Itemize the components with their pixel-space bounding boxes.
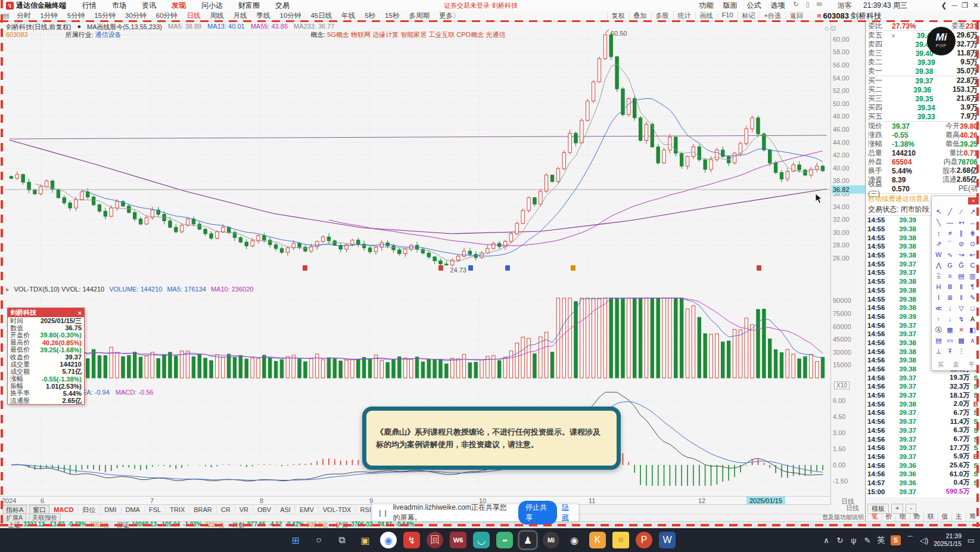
draw-tool-2[interactable]: ∕ (956, 206, 967, 217)
tab-OBV[interactable]: OBV (253, 506, 276, 513)
menu-市场[interactable]: 市场 (104, 1, 134, 10)
draw-tool-14[interactable]: ⊘ (956, 238, 967, 249)
tab-ASI[interactable]: ASI (276, 506, 295, 513)
candlestick-chart[interactable]: 60.5024.73 (5, 24, 831, 275)
close-icon[interactable]: × (78, 309, 82, 317)
taskbar-powerpoint-icon[interactable]: P (636, 532, 652, 548)
menu-版面[interactable]: 版面 (719, 1, 742, 11)
menu-行情[interactable]: 行情 (74, 1, 104, 10)
draw-tool-6[interactable]: ↤ (956, 217, 967, 228)
period-5秒[interactable]: 5秒 (360, 11, 380, 20)
taskbar-file-explorer-icon[interactable]: ▣ (357, 532, 374, 548)
menu-财富圈[interactable]: 财富圈 (231, 1, 267, 10)
draw-tool-22[interactable]: Ĝ (956, 260, 967, 271)
taskbar-camera-icon[interactable]: ◉ (566, 532, 583, 548)
industry-value[interactable]: 通信设备 (95, 31, 122, 38)
period-季线[interactable]: 季线 (252, 11, 275, 20)
draw-tool-26[interactable]: ▤ (956, 271, 967, 281)
tab-macd[interactable]: MACD (49, 506, 78, 513)
maximize-button[interactable]: ❐ (962, 1, 968, 10)
period-1分钟[interactable]: 1分钟 (35, 11, 62, 20)
draw-tool-45[interactable]: ▦ (944, 324, 956, 335)
draw-tool-1[interactable]: ╱ (944, 206, 956, 217)
draw-tool-30[interactable]: Ⅱ (956, 281, 967, 292)
draw-tool-36[interactable]: ≪ (933, 303, 944, 314)
tab-BRAR[interactable]: BRAR (189, 506, 217, 513)
draw-tool-24[interactable]: Ξ (933, 271, 944, 281)
draw-tool-32[interactable]: Ⅰ (933, 292, 944, 303)
menu-选项[interactable]: 选项 (767, 1, 789, 11)
period-45日线[interactable]: 45日线 (306, 11, 337, 20)
tick-row[interactable]: 14:5639.3661.0万S (866, 470, 980, 479)
taskbar-mi-app-icon[interactable]: Mi (543, 532, 559, 548)
menu-资讯[interactable]: 资讯 (134, 1, 164, 10)
tab-CR[interactable]: CR (217, 506, 235, 513)
period-周线[interactable]: 周线 (206, 11, 229, 20)
tick-row[interactable]: 14:5639.375.9万B (866, 452, 980, 461)
tool-画线[interactable]: 画线 (695, 11, 717, 20)
tray-wifi-icon[interactable]: ⌒ (906, 535, 914, 545)
tick-row[interactable]: 14:5639.382.0万B (866, 399, 980, 408)
draw-tool-44[interactable]: Ⓐ (933, 324, 944, 335)
tray-notification-icon[interactable]: ▭ (967, 536, 975, 545)
period-60分钟[interactable]: 60分钟 (151, 11, 182, 20)
draw-tool-48[interactable]: ▤ (933, 335, 944, 346)
taskbar-wechat-icon[interactable]: ●● (496, 532, 513, 548)
tick-row[interactable]: 14:5639.376.7万S (866, 435, 980, 444)
draw-tool-12[interactable]: ⇗ (933, 238, 944, 249)
tab-DMA[interactable]: DMA (122, 506, 145, 513)
concept-list[interactable]: 5G概念 物联网 边缘计算 智能家居 工业互联 CPO概念 光通信 (327, 31, 505, 38)
tool-多股[interactable]: 多股 (651, 11, 673, 20)
draw-tool-38[interactable]: ▽ (956, 303, 967, 314)
period-15秒[interactable]: 15秒 (380, 11, 404, 20)
toolbar-icon-0[interactable]: ↻ (791, 1, 802, 11)
tool-标记[interactable]: 标记 (738, 11, 760, 20)
tab-值[interactable]: 值 (938, 512, 952, 521)
draw-tool-29[interactable]: Ⅲ (944, 281, 956, 292)
tick-row[interactable]: 14:5639.3625.6万S (866, 461, 980, 470)
draw-tool-13[interactable]: ⌒ (944, 238, 956, 249)
minimize-button[interactable]: ─ (952, 1, 957, 10)
period-更多〉[interactable]: 更多〉 (434, 11, 465, 20)
draw-tool-5[interactable]: — (944, 217, 956, 228)
taskbar-search-icon[interactable]: ○ (310, 532, 327, 548)
edition-note[interactable]: 普及版功能说明 (822, 513, 864, 522)
draw-tool-50[interactable]: ▩ (956, 335, 967, 346)
menu-问小达[interactable]: 问小达 (194, 1, 231, 10)
draw-tool-28[interactable]: H (933, 281, 944, 292)
draw-tool-25[interactable]: ≡ (944, 271, 956, 281)
period-年线[interactable]: 年线 (337, 11, 360, 20)
stop-sharing-button[interactable]: 停止共享 (518, 501, 557, 525)
draw-tool-8[interactable]: ↕ (933, 228, 944, 238)
draw-tool-46[interactable]: ✕ (956, 324, 967, 335)
tab-TRIX[interactable]: TRIX (166, 506, 189, 513)
draw-tool-10[interactable]: ∥ (956, 228, 967, 238)
tab-EMV[interactable]: EMV (295, 506, 319, 513)
tool-返回[interactable]: 返回 (785, 11, 807, 20)
tray-speaker-icon[interactable]: ◁) (920, 536, 928, 545)
period-10分钟[interactable]: 10分钟 (275, 11, 306, 20)
taskbar-app-teal-icon[interactable]: ◡ (473, 532, 490, 548)
tray-refresh-icon[interactable]: ↻ (836, 536, 844, 545)
tick-row[interactable]: 14:5639.3711.4万S (866, 417, 980, 426)
tab-细[interactable]: 细 (895, 512, 910, 521)
taskbar-word6-icon[interactable]: W6 (450, 532, 466, 548)
taskbar-task-view-icon[interactable]: ⧉ (334, 532, 350, 548)
toolbar-icon-1[interactable]: ▯ (803, 1, 813, 11)
tool-复权[interactable]: 复权 (607, 11, 629, 20)
collapse-icon[interactable]: ▸ (6, 286, 10, 293)
close-button[interactable]: ✕ (973, 1, 979, 10)
yen-icon[interactable]: ¥ (892, 33, 895, 39)
period-多周期[interactable]: 多周期 (404, 11, 434, 20)
period-30分钟[interactable]: 30分钟 (120, 11, 151, 20)
tab-联[interactable]: 联 (923, 512, 938, 521)
period-15分钟[interactable]: 15分钟 (89, 11, 120, 20)
draw-tool-9[interactable]: ≠ (944, 228, 956, 238)
tick-row[interactable]: 15:0039.37590.5万 (866, 487, 980, 496)
tool-+自选[interactable]: +自选 (760, 11, 785, 20)
draw-tool-54[interactable]: ⋮ (956, 346, 967, 356)
draw-tool-18[interactable]: ↝ (956, 249, 967, 260)
volume-chart[interactable] (5, 283, 831, 380)
taskbar-qq-icon[interactable]: ♟ (519, 532, 536, 548)
menu-发现[interactable]: 发现 (164, 1, 194, 10)
